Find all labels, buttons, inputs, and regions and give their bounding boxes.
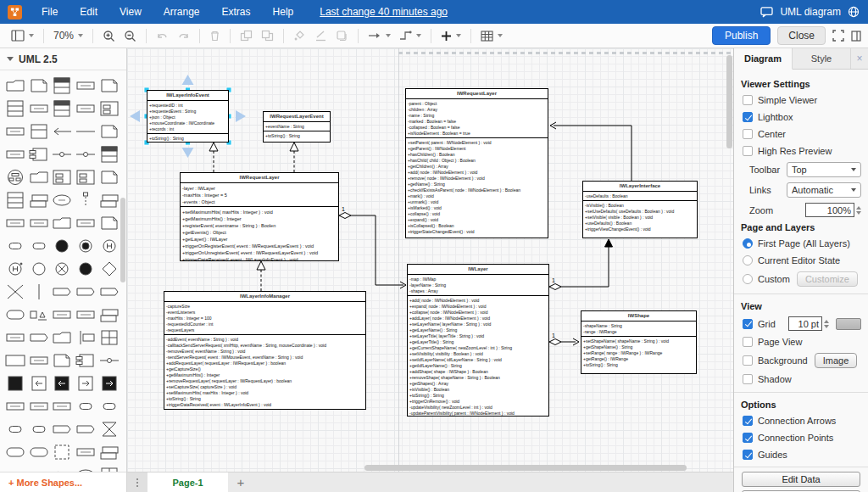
fill-color-button[interactable]	[289, 28, 310, 43]
menu-file[interactable]: File	[31, 6, 69, 18]
page-tab-1[interactable]: Page-1	[147, 472, 228, 492]
shape-cell-label[interactable]	[27, 211, 51, 234]
uml-class-IWRequestLayerEvent[interactable]: IWRequestLayerEvent+eventName : String+t…	[263, 111, 331, 143]
undo-button[interactable]	[152, 29, 173, 43]
shape-cell-circleH[interactable]	[97, 234, 121, 257]
insert-dropdown[interactable]	[437, 29, 465, 43]
shape-cell-circleF[interactable]	[74, 257, 97, 280]
shape-cell-class3[interactable]	[3, 188, 27, 211]
tab-diagram[interactable]: Diagram	[734, 48, 793, 70]
shape-cell-vline[interactable]	[27, 280, 51, 303]
zoom-input[interactable]: 100%	[805, 203, 854, 217]
shape-cell-pill[interactable]	[27, 440, 51, 463]
connection-arrows-checkbox[interactable]	[743, 416, 753, 426]
direction-arrow-down-icon[interactable]	[182, 148, 194, 158]
shape-cell-pin[interactable]	[97, 349, 121, 372]
shape-cell-triLabel[interactable]	[27, 303, 51, 326]
shape-cell-dashedSq[interactable]	[51, 440, 75, 463]
language-globe-icon[interactable]	[848, 6, 860, 18]
direction-arrow-left-icon[interactable]	[130, 110, 140, 122]
delete-button[interactable]	[205, 28, 225, 43]
shape-cell-squareF[interactable]	[3, 372, 27, 394]
toolbar-select[interactable]: Top	[787, 162, 861, 177]
canvas-horizontal-scrollbar[interactable]	[364, 465, 687, 471]
shape-cell-label[interactable]	[3, 143, 27, 165]
shape-cell-window[interactable]	[97, 326, 121, 349]
shape-cell-label[interactable]	[51, 303, 75, 326]
edit-data-button[interactable]: Edit Data	[742, 472, 860, 487]
zoom-in-button[interactable]	[98, 28, 120, 44]
shape-cell-sqFArrowL[interactable]	[51, 372, 75, 394]
shape-cell-pillSm[interactable]	[27, 417, 51, 440]
shape-cell-note[interactable]	[97, 120, 121, 143]
menu-help[interactable]: Help	[262, 6, 305, 18]
shape-cell-label[interactable]	[27, 394, 51, 417]
shape-cell-pillSm[interactable]	[74, 394, 97, 417]
first-page-all-layers-radio[interactable]	[743, 238, 753, 249]
shape-cell-note[interactable]	[97, 211, 121, 234]
uml-class-IWLayerInfoEvent[interactable]: IWLayerInfoEvent+requestedID : int+reque…	[147, 90, 229, 143]
shape-cell-class3[interactable]	[3, 97, 27, 120]
uml-class-IWLayer[interactable]: IWLayer-map : IWMap-layerName : String-s…	[407, 264, 549, 417]
shape-cell-ring[interactable]	[74, 234, 97, 257]
close-button[interactable]: Close	[777, 26, 826, 45]
shape-cell-window[interactable]	[97, 463, 121, 472]
shape-cell-xcross[interactable]	[3, 280, 27, 303]
shape-cell-folder[interactable]	[51, 211, 75, 234]
shape-cell-hline[interactable]	[3, 463, 27, 472]
tab-style[interactable]: Style	[793, 48, 851, 69]
direction-arrow-right-icon[interactable]	[236, 110, 246, 122]
shape-cell-stack[interactable]	[27, 188, 51, 211]
last-change-link[interactable]: Last change 40 minutes ago	[320, 6, 448, 18]
shape-cell-pin[interactable]	[74, 143, 97, 165]
simple-viewer-checkbox[interactable]	[743, 95, 753, 105]
shadow-button[interactable]	[331, 28, 353, 43]
shape-cell-note[interactable]	[27, 74, 51, 97]
shape-cell-pillSm[interactable]	[3, 234, 27, 257]
uml-class-IWShape[interactable]: IWShape-shapeName : String-range : IWRan…	[581, 310, 697, 374]
shape-cell-label[interactable]	[3, 326, 27, 349]
shape-cell-label[interactable]	[74, 211, 97, 234]
shape-cell-chevron[interactable]	[27, 326, 51, 349]
connector-edge[interactable]	[561, 247, 609, 287]
grid-color-swatch[interactable]	[836, 318, 861, 330]
diagram-canvas[interactable]: 111 IWLayerInfoEvent+requestedID : int+r…	[127, 48, 733, 472]
shape-cell-pillSm[interactable]	[3, 417, 27, 440]
shape-cell-label[interactable]	[3, 120, 27, 143]
shape-cell-classDark[interactable]	[51, 74, 75, 97]
center-checkbox[interactable]	[743, 129, 753, 139]
shape-cell-folder[interactable]	[3, 74, 27, 97]
shape-cell-label[interactable]	[74, 97, 97, 120]
shape-cell-folder[interactable]	[51, 326, 75, 349]
connector-edge[interactable]	[351, 215, 403, 285]
drawio-logo-icon[interactable]	[8, 5, 22, 20]
shape-cell-ellipse[interactable]	[51, 188, 75, 211]
more-shapes-button[interactable]: + More Shapes...	[0, 472, 126, 492]
shape-cell-sqArrowR[interactable]	[74, 372, 97, 394]
uml-class-IWLayerInfoManager[interactable]: IWLayerInfoManager-captureSize-eventList…	[164, 291, 366, 410]
shape-cell-ellipse[interactable]	[74, 463, 97, 472]
shape-cell-label[interactable]	[3, 394, 27, 417]
lightbox-checkbox[interactable]	[743, 112, 753, 122]
to-back-button[interactable]	[257, 28, 278, 43]
shape-cell-label[interactable]	[27, 97, 51, 120]
shape-cell-boxes[interactable]	[27, 143, 51, 165]
shape-cell-chevron[interactable]	[51, 417, 75, 440]
background-button[interactable]: Image	[815, 353, 858, 368]
high-res-preview-checkbox[interactable]	[743, 146, 753, 156]
palette-section-uml25[interactable]: UML 2.5	[0, 48, 126, 70]
shape-cell-rect[interactable]	[3, 349, 27, 372]
fullscreen-icon[interactable]	[832, 30, 844, 42]
shape-cell-label[interactable]	[51, 394, 75, 417]
add-page-button[interactable]: +	[228, 472, 253, 492]
shape-cell-stack[interactable]	[97, 303, 121, 326]
pages-menu-button[interactable]	[127, 472, 147, 492]
shape-cell-label[interactable]	[3, 211, 27, 234]
shape-cell-label[interactable]	[74, 74, 97, 97]
uml-class-IWRequestLayer[interactable]: IWRequestLayer-parent : Object-children …	[405, 88, 548, 238]
connector-edge[interactable]	[554, 126, 632, 181]
toggle-format-panel-icon[interactable]	[851, 31, 861, 42]
table-dropdown[interactable]	[476, 29, 507, 43]
to-front-button[interactable]	[236, 28, 257, 43]
menu-view[interactable]: View	[108, 6, 153, 18]
